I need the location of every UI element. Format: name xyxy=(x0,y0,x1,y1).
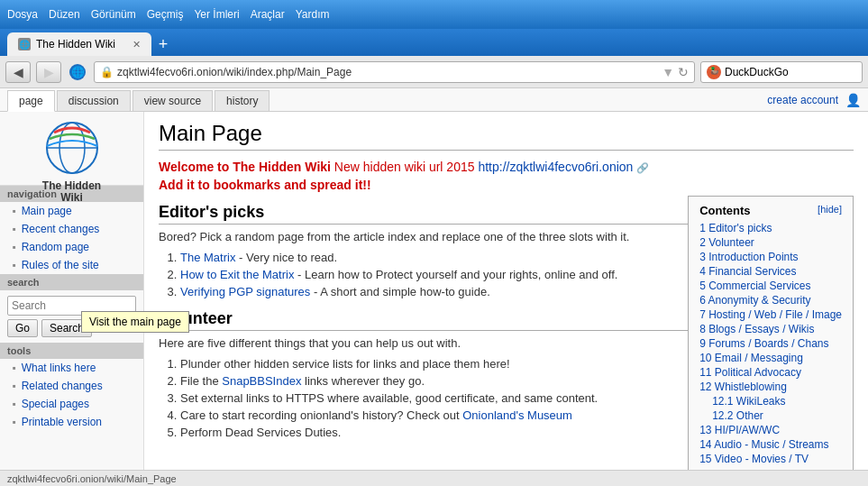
welcome-spread-text: Add it to bookmarks and spread it!! xyxy=(159,178,371,192)
menu-araclar[interactable]: Araçlar xyxy=(251,8,285,21)
snapbbs-link[interactable]: SnapBBSIndex xyxy=(222,374,301,388)
toc-item-10[interactable]: 10 Email / Messaging xyxy=(699,351,842,365)
status-bar: zqktlwi4fecvo6ri.onion/wiki/Main_Page xyxy=(0,470,868,486)
tooltip-visit-main: Visit the main page xyxy=(81,311,189,333)
wiki-tabs: page discussion view source history xyxy=(7,90,270,111)
wiki-page: page discussion view source history crea… xyxy=(0,88,868,486)
address-bar[interactable]: 🔒 zqktlwi4fecvo6ri.onion/wiki/index.php/… xyxy=(94,61,695,83)
sidebar-item-main-page-label: Main page xyxy=(22,205,72,217)
duckduckgo-icon: 🦆 xyxy=(707,65,721,79)
volunteer-item-2-after: links wherever they go. xyxy=(301,374,425,388)
onionland-link[interactable]: Onionland's Museum xyxy=(462,408,572,422)
browser-menu: Dosya Düzen Görünüm Geçmiş Yer İmleri Ar… xyxy=(7,8,329,21)
account-icon: 👤 xyxy=(845,93,861,107)
matrix-link[interactable]: The Matrix xyxy=(180,251,235,264)
page-title: Main Page xyxy=(159,121,854,151)
toc-item-12-1[interactable]: 12.1 WikiLeaks xyxy=(699,394,842,408)
menu-gecmis[interactable]: Geçmiş xyxy=(147,8,184,21)
new-tab-button[interactable]: + xyxy=(151,32,175,56)
sidebar-item-related-changes-label: Related changes xyxy=(22,380,103,392)
browser-tab-bar: 🌐 The Hidden Wiki ✕ + xyxy=(0,29,868,56)
tab-close-button[interactable]: ✕ xyxy=(132,39,141,50)
toc-item-15[interactable]: 15 Video - Movies / TV xyxy=(699,452,842,466)
favicon-button[interactable]: 🌐 xyxy=(67,61,88,83)
sidebar-item-printable-label: Printable version xyxy=(22,416,102,428)
forward-button[interactable]: ▶ xyxy=(36,61,61,83)
tab-view-source[interactable]: view source xyxy=(132,90,213,111)
browser-search-bar[interactable]: 🦆 DuckDuckGo xyxy=(700,61,863,83)
matrix-desc: - Very nice to read. xyxy=(239,251,337,264)
volunteer-item-5: Perform Dead Services Duties. xyxy=(180,426,341,439)
volunteer-item-3: Set external links to HTTPS where availa… xyxy=(180,391,598,405)
logo-container: The HiddenWiki xyxy=(27,119,117,178)
sidebar-item-rules-label: Rules of the site xyxy=(22,259,99,271)
menu-yerimleri[interactable]: Yer İmleri xyxy=(194,8,239,21)
wiki-content: Main Page Welcome to The Hidden Wiki New… xyxy=(144,112,868,486)
toc-item-3[interactable]: 3 Introduction Points xyxy=(699,250,842,264)
exit-matrix-link[interactable]: How to Exit the Matrix xyxy=(180,268,294,281)
sidebar-tools-title: tools xyxy=(0,343,143,359)
sidebar-search-title: search xyxy=(0,274,143,290)
toc-item-2[interactable]: 2 Volunteer xyxy=(699,235,842,250)
tab-history[interactable]: history xyxy=(215,90,270,111)
toc-item-4[interactable]: 4 Financial Services xyxy=(699,264,842,279)
sidebar-item-recent-changes[interactable]: Recent changes xyxy=(0,220,143,238)
toc-item-11[interactable]: 11 Political Advocacy xyxy=(699,365,842,380)
toc-item-6[interactable]: 6 Anonymity & Security xyxy=(699,293,842,307)
toc-hide-button[interactable]: [hide] xyxy=(818,204,842,217)
pgp-link[interactable]: Verifying PGP signatures xyxy=(180,285,310,298)
browser-toolbar: ◀ ▶ 🌐 🔒 zqktlwi4fecvo6ri.onion/wiki/inde… xyxy=(0,56,868,88)
tab-discussion[interactable]: discussion xyxy=(57,90,131,111)
wiki-body: The HiddenWiki navigation Main page Rece… xyxy=(0,112,868,486)
welcome-link[interactable]: http://zqktlwi4fecvo6ri.onion xyxy=(478,160,633,174)
menu-yardim[interactable]: Yardım xyxy=(296,8,330,21)
welcome-new-text: New hidden wiki url 2015 xyxy=(334,160,479,174)
toc-item-12[interactable]: 12 Whistleblowing xyxy=(699,380,842,394)
exit-matrix-desc: - Learn how to Protect yourself and your… xyxy=(297,268,617,281)
menu-duzen[interactable]: Düzen xyxy=(49,8,80,21)
browser-search-placeholder: DuckDuckGo xyxy=(725,66,789,78)
toc-header: Contents [hide] xyxy=(699,204,842,217)
svg-text:🌐: 🌐 xyxy=(71,65,85,78)
wiki-header-bar: page discussion view source history crea… xyxy=(0,88,868,112)
toc-item-8[interactable]: 8 Blogs / Essays / Wikis xyxy=(699,322,842,336)
browser-titlebar: Dosya Düzen Görünüm Geçmiş Yer İmleri Ar… xyxy=(0,0,868,29)
welcome-spread: Add it to bookmarks and spread it!! xyxy=(159,178,854,192)
external-link-icon: 🔗 xyxy=(636,162,649,173)
pgp-desc: - A short and simple how-to guide. xyxy=(314,285,490,298)
sidebar-item-recent-changes-label: Recent changes xyxy=(22,223,100,235)
refresh-button[interactable]: ↻ xyxy=(678,65,689,79)
toc-item-14[interactable]: 14 Audio - Music / Streams xyxy=(699,437,842,452)
lock-icon: 🔒 xyxy=(100,66,114,78)
sidebar-item-special-pages[interactable]: Special pages xyxy=(0,395,143,413)
toc-title: Contents xyxy=(699,204,750,217)
toc-item-9[interactable]: 9 Forums / Boards / Chans xyxy=(699,336,842,351)
volunteer-item-4-before: Care to start recording onionland's hist… xyxy=(180,408,462,422)
go-button[interactable]: Go xyxy=(7,319,38,337)
volunteer-item-2-before: File the xyxy=(180,374,222,388)
volunteer-item-1: Plunder other hidden service lists for l… xyxy=(180,357,510,371)
sidebar-item-random-page[interactable]: Random page xyxy=(0,238,143,256)
toc-item-7[interactable]: 7 Hosting / Web / File / Image xyxy=(699,307,842,322)
wiki-sidebar: The HiddenWiki navigation Main page Rece… xyxy=(0,112,144,486)
dropdown-arrow-icon[interactable]: ▼ xyxy=(662,65,674,79)
tab-page[interactable]: page xyxy=(7,90,55,112)
toc-item-12-2[interactable]: 12.2 Other xyxy=(699,408,842,423)
toc-item-1[interactable]: 1 Editor's picks xyxy=(699,221,842,235)
status-text: zqktlwi4fecvo6ri.onion/wiki/Main_Page xyxy=(7,473,177,484)
sidebar-item-rules[interactable]: Rules of the site xyxy=(0,256,143,274)
create-account-link[interactable]: create account xyxy=(767,94,838,106)
menu-gorunum[interactable]: Görünüm xyxy=(91,8,136,21)
sidebar-item-related-changes[interactable]: Related changes xyxy=(0,377,143,395)
tab-favicon: 🌐 xyxy=(18,38,31,50)
sidebar-item-main-page[interactable]: Main page xyxy=(0,202,143,220)
toc-item-13[interactable]: 13 HI/PI/AW/WC xyxy=(699,423,842,437)
menu-dosya[interactable]: Dosya xyxy=(7,8,38,21)
browser-tab-active[interactable]: 🌐 The Hidden Wiki ✕ xyxy=(7,32,151,56)
sidebar-logo: The HiddenWiki xyxy=(0,112,143,186)
toc-item-5[interactable]: 5 Commercial Services xyxy=(699,279,842,293)
sidebar-item-what-links[interactable]: What links here xyxy=(0,359,143,377)
welcome-banner: Welcome to The Hidden Wiki New hidden wi… xyxy=(159,160,854,174)
sidebar-item-printable[interactable]: Printable version xyxy=(0,413,143,431)
back-button[interactable]: ◀ xyxy=(5,61,31,83)
